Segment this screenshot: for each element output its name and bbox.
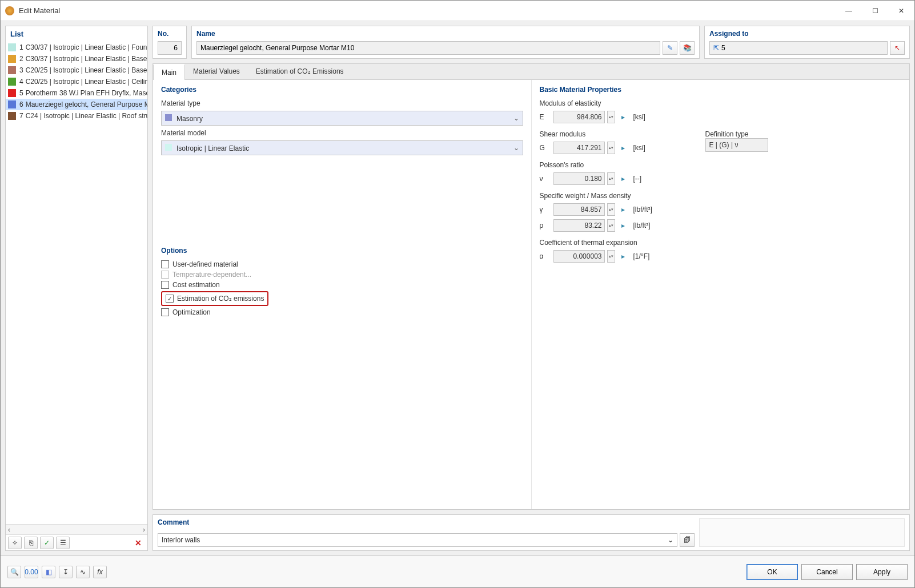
comment-combo[interactable]: Interior walls ⌄ <box>158 533 677 547</box>
option-co2-emissions[interactable]: ✓ Estimation of CO₂ emissions <box>166 295 264 303</box>
alpha-unit: [1/°F] <box>633 252 650 260</box>
material-list[interactable]: 1C30/37 | Isotropic | Linear Elastic | F… <box>6 42 147 524</box>
definition-type-label: Definition type <box>705 130 768 138</box>
search-button[interactable]: 🔍 <box>7 566 21 578</box>
option-temperature-dependent: Temperature-dependent... <box>161 271 523 279</box>
alpha-value[interactable]: 0.000003 <box>553 250 605 263</box>
wave-icon: ∿ <box>80 568 86 576</box>
checkbox-icon <box>161 260 169 268</box>
list-label: C30/37 | Isotropic | Linear Elastic | Fo… <box>26 43 147 51</box>
gamma-spinner[interactable]: ▴▾ <box>607 203 615 216</box>
number-box: No. <box>152 26 187 59</box>
option-label: Temperature-dependent... <box>172 271 251 279</box>
weight-label: Specific weight / Mass density <box>540 192 902 200</box>
option-label: Optimization <box>172 308 211 316</box>
list-item[interactable]: 4C20/25 | Isotropic | Linear Elastic | C… <box>6 76 147 87</box>
minimize-button[interactable]: — <box>836 2 862 20</box>
name-input[interactable] <box>200 44 656 52</box>
option-cost-estimation[interactable]: Cost estimation <box>161 281 523 289</box>
color-icon: ◧ <box>46 568 52 576</box>
units-button[interactable]: 0.00 <box>25 566 38 578</box>
list-label: C24 | Isotropic | Linear Elastic | Roof … <box>26 112 147 120</box>
new-icon: ✧ <box>12 539 18 547</box>
check-material-button[interactable]: ✓ <box>40 537 54 549</box>
gamma-value[interactable]: 84.857 <box>553 203 605 216</box>
nu-goto[interactable]: ▸ <box>617 172 629 185</box>
ok-button[interactable]: OK <box>747 564 798 580</box>
fx-icon: fx <box>97 568 102 576</box>
close-button[interactable]: ✕ <box>888 2 914 20</box>
delete-material-button[interactable]: ✕ <box>131 537 145 549</box>
arrange-material-button[interactable]: ☰ <box>56 537 70 549</box>
nu-value[interactable]: 0.180 <box>553 172 605 185</box>
list-item[interactable]: 7C24 | Isotropic | Linear Elastic | Roof… <box>6 110 147 122</box>
arrange-icon: ☰ <box>60 539 66 547</box>
tab-material-values[interactable]: Material Values <box>185 64 248 79</box>
options-title: Options <box>161 247 523 255</box>
dialog-footer: 🔍 0.00 ◧ ↧ ∿ fx OK Cancel Apply <box>1 555 914 587</box>
material-swatch <box>8 112 16 120</box>
alpha-goto[interactable]: ▸ <box>617 250 629 263</box>
tab-estimation-of-co-emissions[interactable]: Estimation of CO₂ Emissions <box>248 64 352 79</box>
definition-type-value[interactable]: E | (G) | ν <box>705 138 768 152</box>
fx-button[interactable]: fx <box>93 566 107 578</box>
name-box: Name ✎ 📚 <box>191 26 700 59</box>
comment-button[interactable]: 🗐 <box>680 533 695 547</box>
cancel-button[interactable]: Cancel <box>801 564 853 580</box>
material-swatch <box>8 78 16 86</box>
scroll-left-icon[interactable]: ‹ <box>8 526 10 534</box>
pick-assigned-button[interactable]: ↖ <box>890 41 905 55</box>
copy-material-button[interactable]: ⎘ <box>24 537 38 549</box>
E-goto[interactable]: ▸ <box>617 111 629 123</box>
G-goto[interactable]: ▸ <box>617 142 629 154</box>
rho-goto[interactable]: ▸ <box>617 219 629 232</box>
library-button[interactable]: 📚 <box>680 41 695 55</box>
rho-spinner[interactable]: ▴▾ <box>607 219 615 232</box>
apply-button[interactable]: Apply <box>856 564 908 580</box>
properties-title: Basic Material Properties <box>540 86 902 94</box>
number-input[interactable] <box>162 44 178 52</box>
titlebar: Edit Material — ☐ ✕ <box>1 1 914 21</box>
option-label: User-defined material <box>172 260 238 268</box>
axis-button[interactable]: ↧ <box>59 566 73 578</box>
nu-symbol: ν <box>540 175 551 183</box>
tab-main[interactable]: Main <box>153 64 185 80</box>
G-spinner[interactable]: ▴▾ <box>607 142 615 154</box>
option-optimization[interactable]: Optimization <box>161 308 523 316</box>
gamma-goto[interactable]: ▸ <box>617 203 629 216</box>
new-material-button[interactable]: ✧ <box>8 537 22 549</box>
material-type-combo[interactable]: Masonry ⌄ <box>161 111 523 126</box>
list-item[interactable]: 3C20/25 | Isotropic | Linear Elastic | B… <box>6 65 147 76</box>
color-button[interactable]: ◧ <box>42 566 55 578</box>
G-unit: [ksi] <box>633 144 645 152</box>
alpha-spinner[interactable]: ▴▾ <box>607 250 615 263</box>
list-item[interactable]: 1C30/37 | Isotropic | Linear Elastic | F… <box>6 42 147 53</box>
material-model-combo[interactable]: Isotropic | Linear Elastic ⌄ <box>161 140 523 155</box>
list-item[interactable]: 2C30/37 | Isotropic | Linear Elastic | B… <box>6 53 147 65</box>
list-num: 2 <box>19 55 23 63</box>
E-spinner[interactable]: ▴▾ <box>607 111 615 123</box>
nu-spinner[interactable]: ▴▾ <box>607 172 615 185</box>
list-scrollbar[interactable]: ‹ › <box>6 524 147 534</box>
list-num: 5 <box>19 89 23 97</box>
gamma-unit: [lbf/ft³] <box>633 206 652 214</box>
G-value[interactable]: 417.291 <box>553 142 605 154</box>
option-user-defined[interactable]: User-defined material <box>161 260 523 268</box>
list-item[interactable]: 6Mauerziegel gelocht, General Purpose Mo… <box>6 99 147 110</box>
list-item[interactable]: 5Porotherm 38 W.i Plan EFH Dryfix, Mason… <box>6 87 147 99</box>
E-value[interactable]: 984.806 <box>553 111 605 123</box>
app-icon <box>5 6 14 15</box>
material-model-value: Isotropic | Linear Elastic <box>176 144 249 152</box>
library-icon: 📚 <box>683 44 692 52</box>
E-unit: [ksi] <box>633 113 645 121</box>
checkbox-checked-icon: ✓ <box>166 295 174 303</box>
edit-name-button[interactable]: ✎ <box>663 41 677 55</box>
graph-button[interactable]: ∿ <box>76 566 90 578</box>
right-column: Basic Material Properties Modulus of ela… <box>531 80 910 509</box>
rho-value[interactable]: 83.22 <box>553 219 605 232</box>
assigned-input[interactable] <box>721 44 884 52</box>
modulus-label: Modulus of elasticity <box>540 99 902 107</box>
list-header: List <box>6 26 147 42</box>
scroll-right-icon[interactable]: › <box>143 526 145 534</box>
maximize-button[interactable]: ☐ <box>862 2 888 20</box>
